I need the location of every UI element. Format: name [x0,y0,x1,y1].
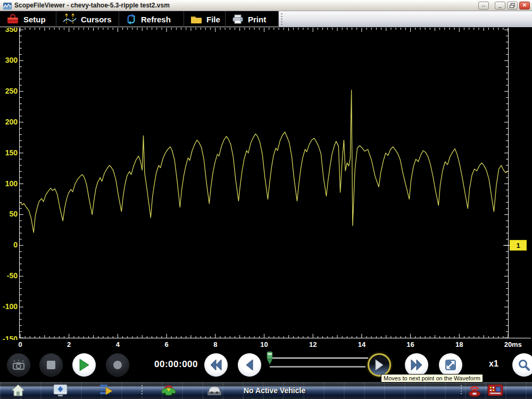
x-axis-tick-label: 16 [400,340,421,348]
titlebar: ScopeFileViewer - chevy-tahoe-5.3-ripple… [0,0,532,11]
taskbar-separator-2 [461,385,462,396]
step-back-icon [245,359,254,371]
vehicle-status: No Active Vehicle [244,386,305,395]
refresh-label: Refresh [141,15,171,24]
taskbar-data-button[interactable] [99,384,113,398]
x-axis-tick-label: 6 [156,340,177,348]
y-axis-tick-label: 350 [0,28,18,34]
record-icon [113,360,122,370]
x-axis-tick-label: 12 [302,340,323,348]
file-label: File [206,15,220,24]
x-axis-tick-label: 0 [10,340,31,348]
window-title: ScopeFileViewer - chevy-tahoe-5.3-ripple… [14,2,170,9]
next-point-button[interactable] [368,353,391,377]
taskbar-vehicle-button[interactable] [160,384,177,398]
taskbar-scope-button[interactable] [53,384,68,399]
restore-button[interactable] [507,2,518,10]
y-axis-tick-label: 100 [0,179,18,188]
taskbar-vehicle-record-button[interactable] [207,384,222,398]
refresh-icon [126,13,137,25]
cursors-icon [63,13,77,25]
print-label: Print [248,15,266,24]
previous-point-button[interactable] [238,353,261,377]
magnifier-icon [518,359,530,371]
resize-horizontal-button[interactable]: ↔ [478,2,489,10]
folder-icon [190,15,202,24]
stop-button[interactable] [39,353,63,377]
toolbar: Setup Cursors Refresh File Print [0,11,532,27]
x-axis-tick-label: 8 [205,340,226,348]
zoom-factor-label: x1 [483,359,504,369]
expand-button[interactable] [439,353,462,377]
y-axis-tick-label: 50 [0,210,18,219]
y-axis-partial-label: -150 [0,335,18,340]
taskbar-home-button[interactable] [11,384,26,399]
taskbar-separator [142,385,143,396]
rewind-button[interactable] [204,353,228,377]
y-axis-tick-label: 200 [0,118,18,127]
print-button[interactable]: Print [226,11,279,27]
x-axis-tick-label: 4 [107,340,128,348]
fast-forward-button[interactable] [405,353,428,377]
x-axis-tick-label: 18 [448,340,470,348]
vehicle-record-icon [207,384,222,396]
wireless-module-icon [467,384,482,397]
zoom-button[interactable] [512,353,532,377]
scope-display: 350300250200150100500-50-100 -150 024681… [0,28,532,348]
y-axis-tick-label: 250 [0,87,18,96]
close-button[interactable]: ✕ [519,2,530,10]
vehicle-icon [160,384,177,396]
app-waveform-icon [3,2,12,9]
y-axis-tick-label: 300 [0,56,18,65]
y-axis-tick-label: 150 [0,148,18,157]
refresh-button[interactable]: Refresh [119,11,184,27]
stop-icon [46,360,56,370]
waveform-trace [20,90,508,233]
scope-file-viewer-window: ScopeFileViewer - chevy-tahoe-5.3-ripple… [0,0,532,399]
scan-module-icon [487,384,503,397]
x-axis-tick-label: 10 [254,340,275,348]
x-axis-tick-label: 2 [59,340,80,348]
toolbar-grip[interactable] [281,13,282,25]
y-axis-tick-label: -100 [0,302,18,311]
y-axis-tick-label: 0 [0,240,18,250]
play-icon [78,359,90,371]
setup-label: Setup [23,15,46,24]
position-slider-track[interactable] [272,358,368,359]
channel-1-marker[interactable]: 1 [510,240,527,251]
setup-button[interactable]: Setup [0,11,56,27]
position-slider-track-secondary[interactable] [270,366,365,368]
record-button[interactable] [106,353,129,377]
rewind-icon [210,359,222,371]
file-button[interactable]: File [184,11,226,27]
taskbar-scan-module-button[interactable] [487,384,503,399]
tooltip: Moves to next point on the Waveform [381,374,483,383]
toolbox-icon [6,14,19,24]
camera-icon [12,359,26,371]
taskbar-wireless-button[interactable] [467,384,482,399]
y-axis-tick-label: -50 [0,271,18,280]
fast-forward-icon [410,359,423,371]
expand-icon [444,359,457,371]
play-button[interactable] [72,353,96,377]
window-controls: ↔ _ ✕ [477,2,530,10]
x-axis-unit-label: ms [512,340,522,348]
data-list-icon [99,384,113,396]
channel-1-marker-label: 1 [516,242,520,250]
screenshot-button[interactable] [7,353,30,377]
x-axis-tick-label: 14 [351,340,372,348]
waveform-plot [0,28,532,348]
cursors-label: Cursors [81,15,112,24]
step-forward-icon [375,359,384,371]
printer-icon [232,14,244,24]
minimize-button[interactable]: _ [495,2,505,10]
cursors-button[interactable]: Cursors [56,11,119,27]
scope-screen-icon [53,384,68,397]
toolbar-filler [279,11,532,27]
taskbar: No Active Vehicle [0,382,532,399]
home-icon [11,384,26,397]
playback-time: 00:00:000 [152,359,201,370]
